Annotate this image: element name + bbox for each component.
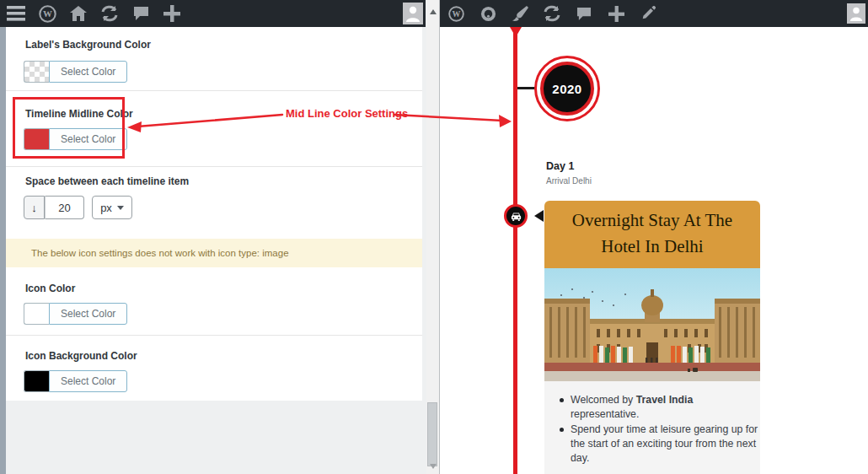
annotation-label: Mid Line Color Settings (286, 107, 408, 120)
spacing-value-input[interactable] (45, 196, 84, 219)
delhi-building-image (544, 268, 760, 381)
midline-color-control[interactable]: Select Color (24, 128, 127, 150)
decrement-arrow-icon[interactable]: ↓ (24, 196, 45, 219)
screen: W Label's Background Color Select Co (0, 0, 868, 474)
chevron-down-icon (117, 206, 124, 210)
scroll-down-icon[interactable] (430, 464, 437, 469)
car-icon (504, 204, 528, 228)
black-swatch (24, 370, 49, 392)
timeline-card-header: Overnight Stay At The Hotel In Delhi (544, 201, 760, 268)
red-swatch (24, 128, 49, 150)
transparent-swatch (24, 61, 49, 83)
edit-icon[interactable] (639, 4, 657, 23)
icon-bg-color-label: Icon Background Color (25, 350, 137, 362)
unit-select-value: px (100, 202, 112, 214)
year-badge[interactable]: 2020 (534, 56, 600, 121)
dashboard-icon[interactable] (479, 4, 497, 23)
select-color-button[interactable]: Select Color (49, 370, 127, 392)
scrollbar-thumb[interactable] (427, 402, 437, 466)
label-bg-color-control[interactable]: Select Color (24, 61, 127, 83)
midline-color-label: Timeline Midline Color (25, 108, 133, 120)
list-item: Welcomed by Travel India representative. (556, 393, 760, 422)
day-subtitle: Arrival Delhi (546, 176, 592, 186)
icon-color-label: Icon Color (25, 283, 75, 294)
refresh-icon[interactable] (100, 4, 119, 23)
avatar[interactable] (847, 3, 865, 24)
unit-select[interactable]: px (92, 196, 132, 219)
spacing-control: ↓ px (24, 196, 132, 219)
svg-text:W: W (43, 8, 52, 19)
white-swatch (24, 303, 49, 325)
wordpress-icon[interactable]: W (38, 4, 56, 23)
timeline-midline-tip (510, 27, 522, 37)
spacing-label: Space between each timeline item (25, 175, 189, 187)
home-icon[interactable] (69, 4, 88, 23)
menu-icon[interactable] (7, 4, 25, 23)
timeline-midline (513, 27, 517, 474)
label-bg-color-label: Label's Background Color (25, 39, 151, 51)
itinerary-list: Welcomed by Travel India representative.… (556, 393, 752, 466)
icon-bg-color-control[interactable]: Select Color (24, 370, 127, 392)
divider (6, 90, 422, 91)
year-connector-line (517, 87, 536, 89)
timeline-card-body: Welcomed by Travel India representative.… (544, 381, 760, 474)
admin-bar-left: W (0, 0, 426, 27)
divider (6, 166, 422, 167)
divider (6, 335, 422, 336)
timeline-card[interactable]: Overnight Stay At The Hotel In Delhi (544, 201, 760, 474)
comments-icon[interactable] (575, 4, 593, 23)
new-icon[interactable] (607, 4, 625, 23)
icon-settings-notice: The below icon settings does not work wi… (6, 239, 422, 267)
timeline-card-title: Overnight Stay At The Hotel In Delhi (556, 207, 748, 260)
select-color-button[interactable]: Select Color (49, 128, 127, 150)
admin-bar-right: W (440, 0, 868, 27)
card-arrow (534, 210, 544, 222)
panel-edge-strip (0, 27, 6, 474)
scrollbar[interactable] (426, 0, 439, 474)
icon-color-control[interactable]: Select Color (24, 303, 127, 325)
notice-text: The below icon settings does not work wi… (31, 248, 289, 258)
list-item: Spend your time at leisure gearing up fo… (556, 423, 760, 466)
customize-icon[interactable] (511, 4, 529, 23)
avatar[interactable] (403, 3, 423, 24)
wordpress-icon[interactable]: W (447, 4, 465, 23)
preview-pane: W (440, 0, 868, 474)
select-color-button[interactable]: Select Color (49, 303, 127, 325)
comments-icon[interactable] (131, 4, 150, 23)
settings-card: Label's Background Color Select Color Ti… (6, 27, 422, 401)
day-title: Day 1 (546, 160, 574, 172)
refresh-icon[interactable] (543, 4, 561, 23)
select-color-button[interactable]: Select Color (49, 61, 127, 83)
customizer-pane: W Label's Background Color Select Co (0, 0, 439, 474)
year-label: 2020 (552, 82, 581, 96)
new-icon[interactable] (163, 4, 181, 23)
svg-text:W: W (452, 9, 460, 19)
scroll-up-icon[interactable] (430, 9, 437, 14)
